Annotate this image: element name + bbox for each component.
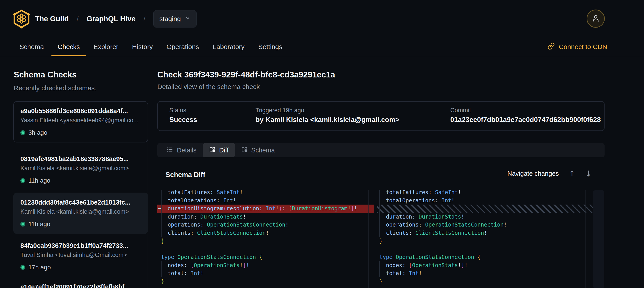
diff-code-after: totalFailures: SafeInt! totalOperations:… [377,190,594,285]
code-line: duration: DurationStats! [377,213,594,221]
code-line: nodes: [OperationStats!]! [377,261,594,269]
status-dot-icon [20,178,25,183]
check-hash: 01238ddd30faf8c43e61be2d1813fc... [20,199,141,206]
tab-diff[interactable]: Diff [203,143,235,157]
indent-guide [380,261,380,277]
triggered-label: Triggered 19h ago [256,107,399,114]
check-time: 11h ago [28,220,50,228]
breadcrumb-separator: / [77,15,78,23]
nav-tab-settings[interactable]: Settings [258,38,282,56]
code-line: operations: OperationStatsConnection! [157,221,374,229]
schema-diff-viewer: totalFailures: SafeInt! totalOperations:… [157,190,616,288]
check-hash: 84fa0cab9367b39e1b1ff0a74f2733... [20,242,141,249]
page-subtitle: Detailed view of the schema check [157,83,260,91]
status-value: Success [169,116,197,124]
schema-check-item[interactable]: 84fa0cab9367b39e1b1ff0a74f2733...Tuval S… [13,236,148,277]
status-dot-icon [20,265,25,270]
check-author: Kamil Kisiela <kamil.kisiela@gmail.com> [20,208,141,215]
columns-icon [209,146,216,154]
breadcrumb-separator: / [144,15,146,23]
schema-check-item[interactable]: 0819afc4981ba2ab18e338788ae95...Kamil Ki… [13,149,148,190]
diff-pane-after[interactable]: totalFailures: SafeInt! totalOperations:… [377,190,594,288]
connect-to-cdn-label: Connect to CDN [559,43,607,51]
nav-tab-checks[interactable]: Checks [58,38,80,56]
nav-tab-explorer[interactable]: Explorer [94,38,118,56]
check-meta: 17h ago [20,264,141,271]
pane-scrollbar-track[interactable] [368,190,368,288]
code-line: totalFailures: SafeInt! [377,190,594,197]
code-line: type OperationStatsConnection { [377,253,594,261]
indent-guide [161,261,162,277]
diff-pane-before[interactable]: totalFailures: SafeInt! totalOperations:… [157,190,374,288]
check-summary-card: Status Success Triggered 19h ago by Kami… [157,101,604,131]
link-icon [548,42,555,52]
code-line: } [157,277,374,286]
nav-tab-schema[interactable]: Schema [20,38,44,56]
app-window: The Guild / GraphQL Hive / staging Schem… [0,0,644,288]
schema-checks-list: e9a0b55886fd3ce608c091dda6a4f...Yassin E… [13,101,148,288]
breadcrumb-org[interactable]: The Guild [35,15,69,23]
target-selector-label: staging [159,15,181,23]
check-meta: 11h ago [20,220,141,228]
check-author: Kamil Kisiela <kamil.kisiela@gmail.com> [20,165,141,172]
tab-schema-label: Schema [251,147,275,154]
check-meta: 3h ago [20,129,141,136]
code-line: total: Int! [157,269,374,277]
code-line [377,245,594,253]
status-dot-icon [20,130,25,135]
code-line: nodes: [OperationStats!]! [157,261,374,269]
code-line: type OperationStatsConnection { [157,253,374,261]
columns-icon [241,146,248,154]
list-icon [167,146,173,154]
user-icon [591,14,600,24]
schema-check-item[interactable]: 01238ddd30faf8c43e61be2d1813fc...Kamil K… [13,193,148,234]
tab-details-label: Details [177,147,196,154]
check-author: Tuval Simha <tuval.simha@Gmail.com> [20,252,141,258]
check-hash: e14e7eff1ef20091f70e72b8ffefb8bf [20,283,141,288]
indent-guide [161,190,162,237]
code-line: } [157,237,374,245]
target-selector-button[interactable]: staging [153,10,196,28]
check-hash: e9a0b55886fd3ce608c091dda6a4f... [20,107,141,115]
breadcrumb-project[interactable]: GraphQL Hive [87,15,136,23]
sidebar-subtitle: Recently checked schemas. [14,84,96,92]
tab-schema[interactable]: Schema [235,143,281,157]
tab-diff-label: Diff [219,147,229,154]
status-dot-icon [20,222,25,226]
arrow-down-icon[interactable]: ↓ [585,169,592,178]
commit-label: Commit [450,107,601,114]
tab-details[interactable]: Details [160,143,203,157]
code-line: } [377,237,594,245]
code-line: totalOperations: Int! [377,197,594,205]
indent-guide [380,190,380,237]
code-line: clients: ClientStatsConnection! [377,229,594,237]
sidebar-title: Schema Checks [14,70,77,79]
diff-placeholder-line [377,205,594,213]
code-line: total: Int! [377,269,594,277]
navigate-changes-label: Navigate changes [508,170,559,177]
user-avatar-button[interactable] [586,10,605,28]
diff-scrollbar-track[interactable] [593,190,604,288]
check-meta: 11h ago [20,177,141,184]
page-title: Check 369f3439-929f-48df-bfc8-cd3a9291ec… [157,70,335,79]
code-line: clients: ClientStatsConnection! [157,229,374,237]
code-line: } [377,277,594,286]
connect-to-cdn-button[interactable]: Connect to CDN [548,38,607,56]
arrow-up-icon[interactable]: ↑ [569,169,575,178]
nav-tab-operations[interactable]: Operations [166,38,199,56]
check-time: 17h ago [28,264,51,271]
check-time: 3h ago [28,129,48,136]
schema-diff-heading: Schema Diff [166,171,205,179]
code-line: totalOperations: Int! [157,197,374,205]
code-line: operations: OperationStatsConnection! [377,221,594,229]
schema-check-item[interactable]: e9a0b55886fd3ce608c091dda6a4f...Yassin E… [13,101,148,142]
chevron-down-icon [185,15,190,23]
schema-check-item[interactable]: e14e7eff1ef20091f70e72b8ffefb8bf [13,277,148,288]
nav-tab-history[interactable]: History [132,38,153,56]
pane-scrollbar-track[interactable] [586,190,586,288]
project-nav: Schema Checks Explorer History Operation… [0,38,644,56]
nav-tab-laboratory[interactable]: Laboratory [213,38,244,56]
navigate-changes: Navigate changes ↑ ↓ [508,169,592,178]
diff-removed-line: durationHistogram(resolution: Int!): [Du… [157,205,374,213]
hive-logo-icon[interactable] [12,9,31,29]
